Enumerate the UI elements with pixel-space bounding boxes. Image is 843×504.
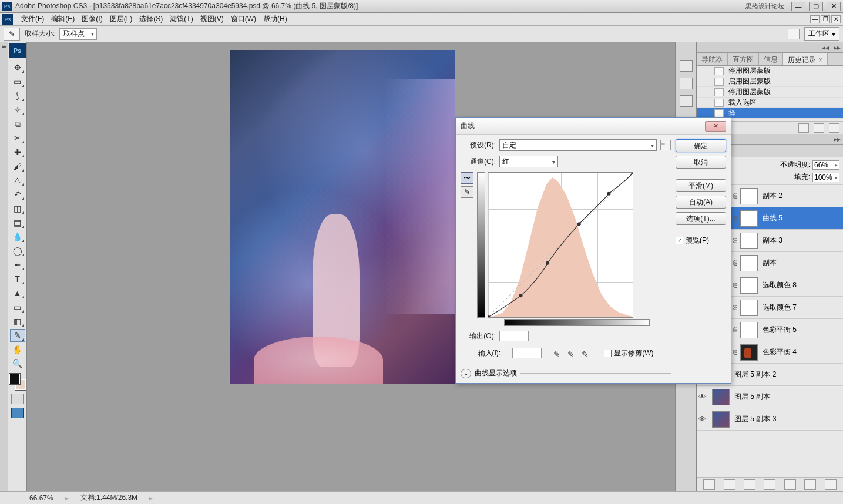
doc-restore-button[interactable]: ❐ <box>821 15 830 23</box>
history-item[interactable]: 停用图层蒙版 <box>697 87 843 98</box>
white-point-eyedropper-icon[interactable]: ✎ <box>582 350 592 360</box>
layer-row[interactable]: 👁图层 5 副本 3 <box>697 408 843 431</box>
auto-button[interactable]: 自动(A) <box>676 196 726 209</box>
show-clipping-checkbox[interactable]: 显示修剪(W) <box>604 348 653 358</box>
layer-name[interactable]: 曲线 5 <box>760 213 841 223</box>
zoom-tool[interactable]: 🔍 <box>10 357 25 370</box>
menu-view[interactable]: 视图(V) <box>197 13 227 25</box>
opacity-input[interactable]: 66% <box>812 160 839 170</box>
input-value-input[interactable] <box>512 348 542 358</box>
marquee-tool[interactable]: ▭ <box>10 75 25 88</box>
minimize-button[interactable]: — <box>791 2 805 11</box>
options-button[interactable]: 选项(T)... <box>676 212 726 225</box>
slice-tool[interactable]: ✂ <box>10 132 25 145</box>
move-tool[interactable]: ✥ <box>10 61 25 74</box>
path-select-tool[interactable]: ▲ <box>10 287 25 300</box>
history-list[interactable]: 停用图层蒙版 启用图层蒙版 停用图层蒙版 载入选区 择 <box>697 66 843 121</box>
curves-graph[interactable] <box>488 172 633 318</box>
layer-name[interactable]: 选取颜色 7 <box>760 303 841 313</box>
dodge-tool[interactable]: ◯ <box>10 244 25 257</box>
layer-name[interactable]: 图层 5 副本 2 <box>732 369 841 379</box>
close-button[interactable]: ✕ <box>827 2 841 11</box>
dock-icon-2[interactable] <box>680 78 693 89</box>
stamp-tool[interactable]: ⧍ <box>10 174 25 187</box>
channel-select[interactable]: 红 <box>499 156 558 167</box>
history-item[interactable]: 启用图层蒙版 <box>697 76 843 87</box>
layer-thumb[interactable] <box>712 389 730 405</box>
fill-input[interactable]: 100% <box>812 173 839 182</box>
tab-history[interactable]: 历史记录× <box>783 53 828 65</box>
layer-name[interactable]: 图层 5 副本 3 <box>732 414 841 424</box>
layer-name[interactable]: 选取颜色 8 <box>760 280 841 290</box>
layer-thumb[interactable] <box>712 411 730 428</box>
dock-icon-1[interactable] <box>680 60 693 72</box>
layer-mask-thumb[interactable] <box>740 300 758 316</box>
tab-navigator[interactable]: 导航器 <box>697 53 728 65</box>
layer-name[interactable]: 副本 3 <box>760 236 841 246</box>
history-delete-icon[interactable] <box>829 123 839 133</box>
output-value-input[interactable] <box>499 331 529 341</box>
doc-minimize-button[interactable]: — <box>810 15 820 23</box>
history-item[interactable]: 停用图层蒙版 <box>697 66 843 76</box>
dialog-titlebar[interactable]: 曲线 ✕ <box>456 118 731 135</box>
doc-info[interactable]: 文档:1.44M/26.3M <box>80 493 137 503</box>
history-snapshot-icon[interactable] <box>798 123 809 133</box>
eyedropper-tool[interactable]: ✎ <box>10 329 25 342</box>
document-canvas[interactable] <box>230 50 455 384</box>
wand-tool[interactable]: ✧ <box>10 103 25 116</box>
dock-icon-3[interactable] <box>680 95 693 107</box>
black-point-eyedropper-icon[interactable]: ✎ <box>553 350 564 360</box>
workspace-dropdown[interactable]: 工作区▾ <box>804 27 839 41</box>
crop-tool[interactable]: ⧉ <box>10 117 25 130</box>
smooth-button[interactable]: 平滑(M) <box>676 179 726 192</box>
menu-file[interactable]: 文件(F) <box>18 13 48 25</box>
layer-name[interactable]: 副本 <box>760 258 841 268</box>
layer-name[interactable]: 副本 2 <box>760 191 841 201</box>
history-new-icon[interactable] <box>814 123 824 133</box>
layer-mask-thumb[interactable] <box>740 255 758 271</box>
ok-button[interactable]: 确定 <box>676 139 726 152</box>
lock-icon[interactable] <box>788 29 800 39</box>
foreground-color-swatch[interactable] <box>9 374 20 384</box>
new-layer-icon[interactable] <box>804 479 816 490</box>
quick-mask-toggle[interactable] <box>11 394 24 404</box>
shape-tool[interactable]: ▭ <box>10 301 25 314</box>
preview-checkbox[interactable]: ✓预览(P) <box>676 236 726 246</box>
layer-fx-icon[interactable] <box>724 479 735 490</box>
layer-mask-thumb[interactable] <box>740 233 758 249</box>
lasso-tool[interactable]: ⟆ <box>10 89 25 102</box>
menu-help[interactable]: 帮助(H) <box>260 13 291 25</box>
dialog-close-button[interactable]: ✕ <box>705 121 726 132</box>
menu-window[interactable]: 窗口(W) <box>227 13 260 25</box>
layer-mask-thumb[interactable] <box>740 344 758 361</box>
sample-size-select[interactable]: 取样点 <box>59 28 97 40</box>
gradient-tool[interactable]: ▤ <box>10 216 25 229</box>
tool-preset-picker[interactable]: ✎ <box>4 28 20 41</box>
tab-histogram[interactable]: 直方图 <box>728 53 759 65</box>
healing-tool[interactable]: ✚ <box>10 146 25 159</box>
tab-info[interactable]: 信息 <box>759 53 783 65</box>
blur-tool[interactable]: 💧 <box>10 230 25 243</box>
layer-mask-thumb[interactable] <box>740 188 758 204</box>
menu-layer[interactable]: 图层(L) <box>106 13 136 25</box>
preset-menu-icon[interactable]: ≡ <box>660 140 671 150</box>
eraser-tool[interactable]: ◫ <box>10 202 25 215</box>
menu-edit[interactable]: 编辑(E) <box>48 13 78 25</box>
link-layers-icon[interactable] <box>703 479 715 490</box>
delete-layer-icon[interactable] <box>825 479 837 490</box>
pen-tool[interactable]: ✒ <box>10 258 25 271</box>
curve-pencil-tool[interactable]: ✎ <box>461 186 473 198</box>
layer-name[interactable]: 色彩平衡 5 <box>760 325 841 335</box>
hand-tool[interactable]: ✋ <box>10 343 25 356</box>
curve-point-tool[interactable]: 〜 <box>461 172 473 184</box>
layer-mask-icon[interactable] <box>744 479 755 490</box>
adjustment-layer-icon[interactable] <box>764 479 775 490</box>
notes-tool[interactable]: ▥ <box>10 315 25 328</box>
visibility-toggle[interactable]: 👁 <box>699 393 708 401</box>
menu-select[interactable]: 选择(S) <box>136 13 166 25</box>
expand-display-options[interactable]: ⌄ <box>461 369 471 378</box>
type-tool[interactable]: T <box>10 273 25 285</box>
visibility-toggle[interactable]: 👁 <box>699 415 708 424</box>
doc-close-button[interactable]: ✕ <box>831 15 841 23</box>
layer-name[interactable]: 色彩平衡 4 <box>760 347 841 357</box>
